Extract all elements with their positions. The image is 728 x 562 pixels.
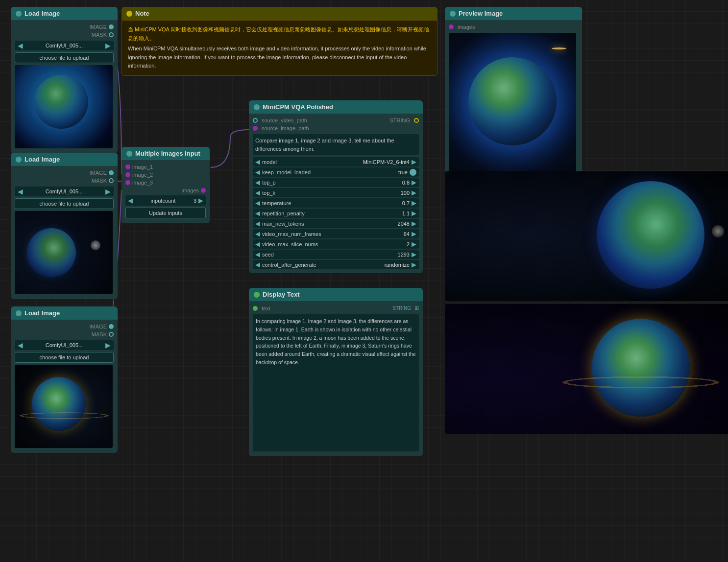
top-k-next[interactable]: ▶ [412, 189, 416, 196]
vid-frames-prev[interactable]: ◀ [255, 230, 260, 237]
mask-output-2[interactable] [109, 178, 114, 183]
preview-earth-image [449, 33, 576, 185]
param-top-k: ◀ top_k 100 ▶ [253, 188, 419, 197]
text-port-label: text [262, 305, 270, 311]
upload-btn-1[interactable]: choose file to upload [15, 52, 114, 63]
string-badge: STRING [392, 305, 411, 311]
update-inputs-btn[interactable]: Update inputs [125, 208, 206, 218]
earth-image-3 [15, 365, 113, 448]
preview-image-node: Preview Image images [445, 7, 582, 189]
load-image-1-mask-port: MASK [11, 31, 118, 39]
model-prev[interactable]: ◀ [255, 158, 260, 165]
top-k-prev[interactable]: ◀ [255, 189, 260, 196]
source-video-input[interactable] [253, 118, 258, 123]
load-image-2-title: Load Image [24, 156, 60, 163]
load-image-2-image-port: IMAGE [11, 169, 118, 177]
image3-input-port[interactable] [125, 180, 130, 185]
inputcount-prev[interactable]: ◀ [128, 197, 133, 204]
ctrl-next[interactable]: ▶ [412, 261, 416, 268]
ctrl-prev[interactable]: ◀ [255, 261, 260, 268]
max-tokens-next[interactable]: ▶ [412, 220, 416, 227]
img-sel-prev-1[interactable]: ◀ [18, 42, 23, 49]
inputcount-label: inputcount [133, 198, 194, 204]
temp-prev[interactable]: ◀ [255, 199, 260, 207]
minicpm-prompt[interactable]: Compare image 1, image 2 and image 3, te… [253, 134, 419, 155]
note-header: Note [121, 7, 437, 20]
source-video-port-row: source_video_path STRING [249, 117, 423, 124]
upload-btn-2[interactable]: choose file to upload [15, 198, 114, 209]
multi-header: Multiple Images Input [121, 147, 210, 160]
note-body: 当 MiniCPM VQA 同时接收到图像和视频信息时，它会仅处理视频信息而忽略… [121, 20, 437, 76]
img-sel-next-2[interactable]: ▶ [105, 188, 111, 195]
image-output-1[interactable] [109, 24, 114, 29]
multi-image3-label: image_3 [132, 180, 206, 186]
upload-btn-3[interactable]: choose file to upload [15, 352, 114, 363]
image-selector-1: ◀ ComfyUI_005... ▶ [15, 41, 114, 50]
seed-next[interactable]: ▶ [412, 251, 416, 258]
multiple-images-node: Multiple Images Input image_1 image_2 im… [121, 147, 210, 223]
preview-header: Preview Image [445, 7, 582, 20]
load-image-3-status-dot [16, 310, 22, 316]
display-header: Display Text [249, 288, 423, 301]
right-earth-saturn-image [445, 304, 728, 434]
keep-model-prev[interactable]: ◀ [255, 168, 260, 176]
vid-frames-next[interactable]: ▶ [412, 230, 416, 237]
image-selector-2: ◀ ComfyUI_005... ▶ [15, 187, 114, 196]
model-next[interactable]: ▶ [412, 158, 416, 165]
port-label-image-3: IMAGE [15, 324, 107, 329]
inputcount-next[interactable]: ▶ [198, 197, 203, 204]
multi-title: Multiple Images Input [135, 150, 200, 157]
img-sel-next-1[interactable]: ▶ [105, 42, 111, 49]
note-chinese-text: 当 MiniCPM VQA 同时接收到图像和视频信息时，它会仅处理视频信息而忽略… [128, 25, 431, 43]
img-sel-prev-3[interactable]: ◀ [18, 342, 23, 349]
right-images-panel [445, 171, 728, 437]
note-english-text: When MiniCPM VQA simultaneously receives… [128, 45, 431, 70]
multi-image2-port: image_2 [121, 171, 210, 179]
preview-title: Preview Image [459, 10, 503, 17]
param-seed: ◀ seed 1293 ▶ [253, 250, 419, 259]
top-p-prev[interactable]: ◀ [255, 179, 260, 186]
img-sel-next-3[interactable]: ▶ [105, 342, 111, 349]
multi-image2-label: image_2 [132, 172, 206, 178]
temp-next[interactable]: ▶ [412, 199, 416, 207]
image2-input-port[interactable] [125, 172, 130, 177]
keep-model-toggle[interactable] [410, 169, 416, 176]
source-video-output[interactable] [414, 118, 419, 123]
mask-output-3[interactable] [109, 332, 114, 337]
load-image-1-title: Load Image [24, 10, 60, 17]
load-image-2-status-dot [16, 157, 22, 163]
port-label-image-1: IMAGE [15, 24, 107, 30]
slice-next[interactable]: ▶ [412, 240, 416, 248]
load-image-node-3: Load Image IMAGE MASK ◀ ComfyUI_005... ▶… [11, 306, 118, 453]
display-title: Display Text [263, 291, 300, 298]
port-label-mask-3: MASK [15, 331, 107, 337]
multi-image1-label: image_1 [132, 164, 206, 170]
multi-image1-port: image_1 [121, 163, 210, 171]
image-output-2[interactable] [109, 170, 114, 175]
seed-prev[interactable]: ◀ [255, 251, 260, 258]
text-input-port[interactable] [253, 306, 258, 311]
source-video-label: source_video_path [262, 117, 307, 123]
mask-output-1[interactable] [109, 32, 114, 37]
port-label-image-2: IMAGE [15, 170, 107, 176]
rep-prev[interactable]: ◀ [255, 210, 260, 217]
preview-status-dot [450, 11, 456, 17]
minicpm-status-dot [254, 104, 260, 110]
param-top-p: ◀ top_p 0.8 ▶ [253, 178, 419, 187]
img-sel-prev-2[interactable]: ◀ [18, 188, 23, 195]
param-control-after: ◀ control_after_generate randomize ▶ [253, 260, 419, 269]
image-output-3[interactable] [109, 324, 114, 329]
inputcount-row: ◀ inputcount 3 ▶ [125, 195, 206, 206]
image1-input-port[interactable] [125, 164, 130, 169]
preview-images-input[interactable] [449, 24, 454, 29]
slice-prev[interactable]: ◀ [255, 240, 260, 248]
display-text-content: In comparing image 1, image 2 and image … [253, 314, 419, 451]
source-image-label: source_image_path [262, 125, 309, 131]
images-output-port[interactable] [201, 188, 206, 193]
load-image-2-mask-port: MASK [11, 177, 118, 185]
inputcount-value: 3 [194, 198, 196, 204]
source-image-input[interactable] [253, 126, 258, 131]
rep-next[interactable]: ▶ [412, 210, 416, 217]
max-tokens-prev[interactable]: ◀ [255, 220, 260, 227]
top-p-next[interactable]: ▶ [412, 179, 416, 186]
